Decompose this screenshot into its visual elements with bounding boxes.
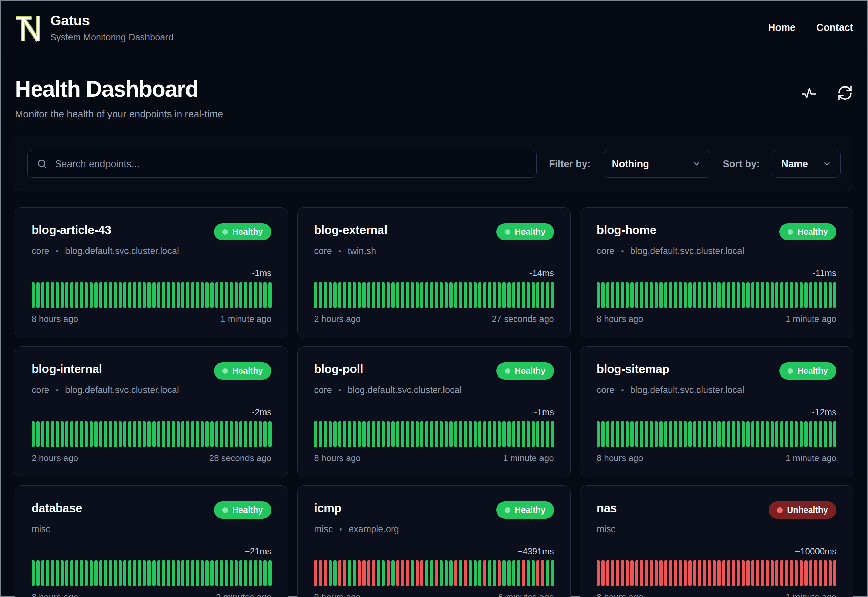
uptime-bar[interactable] <box>268 282 271 308</box>
uptime-bar[interactable] <box>488 282 491 308</box>
uptime-bar[interactable] <box>800 421 803 447</box>
uptime-bar[interactable] <box>597 282 600 308</box>
uptime-bar[interactable] <box>527 282 530 308</box>
uptime-bar[interactable] <box>51 560 54 587</box>
uptime-bar[interactable] <box>391 560 394 587</box>
uptime-bar[interactable] <box>669 282 672 308</box>
uptime-bar[interactable] <box>89 282 93 308</box>
uptime-bar[interactable] <box>435 560 438 587</box>
uptime-bar[interactable] <box>264 560 267 587</box>
uptime-bar[interactable] <box>210 421 213 447</box>
uptime-bar[interactable] <box>177 421 180 447</box>
uptime-bar[interactable] <box>89 421 93 447</box>
activity-icon[interactable] <box>801 85 817 101</box>
uptime-bar[interactable] <box>717 282 720 308</box>
endpoint-card[interactable]: icmp Healthy misc • example.org ~4391ms … <box>297 486 570 597</box>
uptime-bar[interactable] <box>123 560 126 587</box>
uptime-bar[interactable] <box>809 282 812 308</box>
uptime-bar[interactable] <box>679 421 682 447</box>
uptime-bar[interactable] <box>406 421 409 447</box>
uptime-bar[interactable] <box>225 282 228 308</box>
uptime-bar[interactable] <box>104 560 107 587</box>
uptime-bar[interactable] <box>353 560 355 587</box>
uptime-bar[interactable] <box>483 560 486 587</box>
uptime-bar[interactable] <box>324 282 327 308</box>
uptime-bar[interactable] <box>314 421 317 447</box>
uptime-bar[interactable] <box>338 560 341 587</box>
endpoint-card[interactable]: blog-article-43 Healthy core • blog.defa… <box>15 207 288 338</box>
uptime-bar[interactable] <box>459 282 462 308</box>
uptime-bar[interactable] <box>469 560 472 587</box>
uptime-bar[interactable] <box>41 282 44 308</box>
uptime-bar[interactable] <box>669 560 672 587</box>
uptime-bar[interactable] <box>56 560 59 587</box>
uptime-bar[interactable] <box>780 282 783 308</box>
uptime-bar[interactable] <box>65 560 68 587</box>
uptime-bar[interactable] <box>215 560 218 587</box>
uptime-bar[interactable] <box>358 421 361 447</box>
uptime-bar[interactable] <box>239 282 243 308</box>
uptime-bar[interactable] <box>430 421 433 447</box>
uptime-bar[interactable] <box>459 421 462 447</box>
uptime-bar[interactable] <box>75 282 78 308</box>
uptime-bar[interactable] <box>128 282 131 308</box>
uptime-bar[interactable] <box>640 560 643 587</box>
uptime-bar[interactable] <box>244 560 247 587</box>
uptime-bar[interactable] <box>363 560 366 587</box>
uptime-bar[interactable] <box>99 560 102 587</box>
uptime-bar[interactable] <box>551 421 554 447</box>
uptime-bar[interactable] <box>239 421 243 447</box>
uptime-bar[interactable] <box>532 282 535 308</box>
uptime-bar[interactable] <box>358 560 361 587</box>
uptime-bar[interactable] <box>367 560 370 587</box>
uptime-bar[interactable] <box>713 560 716 587</box>
uptime-bar[interactable] <box>444 421 447 447</box>
uptime-bar[interactable] <box>220 560 223 587</box>
endpoint-card[interactable]: blog-sitemap Healthy core • blog.default… <box>580 346 853 477</box>
uptime-bar[interactable] <box>425 282 428 308</box>
uptime-bar[interactable] <box>650 421 653 447</box>
uptime-bar[interactable] <box>819 421 822 447</box>
uptime-bar[interactable] <box>114 282 117 308</box>
uptime-bar[interactable] <box>435 282 438 308</box>
endpoint-card[interactable]: blog-external Healthy core • twin.sh ~14… <box>297 207 570 338</box>
uptime-bar[interactable] <box>268 421 271 447</box>
uptime-bar[interactable] <box>152 421 155 447</box>
uptime-bar[interactable] <box>235 560 238 587</box>
uptime-bar[interactable] <box>196 421 199 447</box>
uptime-bar[interactable] <box>664 282 667 308</box>
uptime-bar[interactable] <box>162 421 165 447</box>
uptime-bar[interactable] <box>464 421 467 447</box>
uptime-bar[interactable] <box>541 421 544 447</box>
uptime-bar[interactable] <box>382 421 385 447</box>
uptime-bar[interactable] <box>444 560 447 587</box>
uptime-bar[interactable] <box>771 560 774 587</box>
uptime-bar[interactable] <box>645 421 648 447</box>
uptime-bar[interactable] <box>167 282 170 308</box>
uptime-bar[interactable] <box>162 282 165 308</box>
uptime-bar[interactable] <box>650 560 653 587</box>
uptime-bar[interactable] <box>483 421 486 447</box>
uptime-bar[interactable] <box>348 421 351 447</box>
uptime-bar[interactable] <box>766 560 769 587</box>
uptime-bar[interactable] <box>333 421 336 447</box>
uptime-bar[interactable] <box>329 560 332 587</box>
uptime-bar[interactable] <box>109 421 112 447</box>
uptime-bar[interactable] <box>104 421 107 447</box>
uptime-bar[interactable] <box>319 560 322 587</box>
uptime-bar[interactable] <box>109 282 112 308</box>
uptime-bar[interactable] <box>172 421 175 447</box>
uptime-bar[interactable] <box>478 560 481 587</box>
uptime-bar[interactable] <box>114 421 117 447</box>
uptime-bar[interactable] <box>502 421 505 447</box>
endpoint-card[interactable]: blog-internal Healthy core • blog.defaul… <box>15 346 288 477</box>
uptime-bar[interactable] <box>766 421 769 447</box>
uptime-bar[interactable] <box>625 560 629 587</box>
uptime-bar[interactable] <box>220 421 223 447</box>
uptime-bar[interactable] <box>771 282 774 308</box>
uptime-bar[interactable] <box>674 421 677 447</box>
uptime-bar[interactable] <box>396 560 399 587</box>
uptime-bar[interactable] <box>829 560 832 587</box>
uptime-bar[interactable] <box>41 560 44 587</box>
uptime-bar[interactable] <box>75 421 78 447</box>
